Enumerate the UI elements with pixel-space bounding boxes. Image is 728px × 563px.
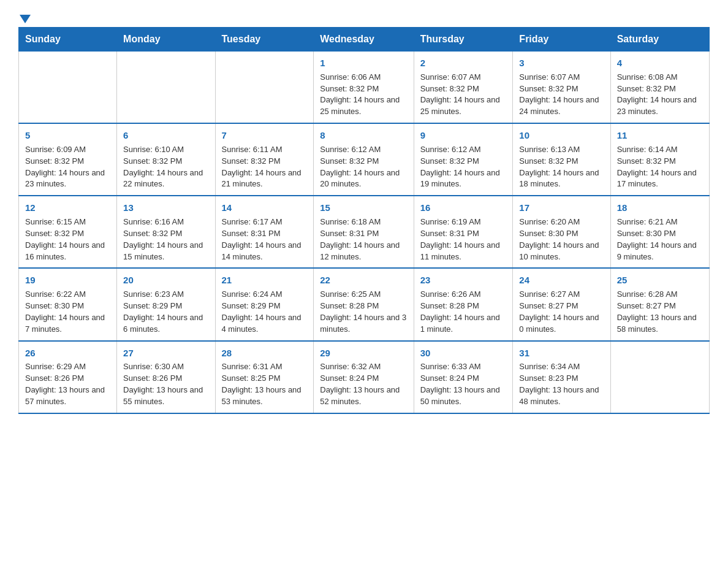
calendar-cell bbox=[19, 52, 117, 124]
daylight-text: Daylight: 14 hours and 21 minutes. bbox=[222, 167, 308, 191]
sunrise-text: Sunrise: 6:27 AM bbox=[519, 289, 604, 301]
sunset-text: Sunset: 8:26 PM bbox=[25, 373, 110, 385]
sunrise-text: Sunrise: 6:25 AM bbox=[320, 289, 407, 301]
calendar-cell: 16Sunrise: 6:19 AMSunset: 8:31 PMDayligh… bbox=[414, 196, 513, 268]
calendar-cell: 6Sunrise: 6:10 AMSunset: 8:32 PMDaylight… bbox=[117, 123, 215, 196]
page-header bbox=[18, 12, 710, 21]
sunset-text: Sunset: 8:23 PM bbox=[519, 373, 604, 385]
day-number: 6 bbox=[123, 129, 208, 142]
sunset-text: Sunset: 8:30 PM bbox=[519, 228, 604, 240]
daylight-text: Daylight: 14 hours and 23 minutes. bbox=[617, 94, 703, 118]
sunrise-text: Sunrise: 6:10 AM bbox=[123, 144, 208, 156]
sunrise-text: Sunrise: 6:17 AM bbox=[222, 216, 308, 228]
day-number: 22 bbox=[320, 274, 407, 287]
daylight-text: Daylight: 13 hours and 52 minutes. bbox=[320, 385, 407, 408]
calendar-cell: 28Sunrise: 6:31 AMSunset: 8:25 PMDayligh… bbox=[215, 341, 314, 413]
sunrise-text: Sunrise: 6:22 AM bbox=[25, 289, 110, 301]
calendar-cell: 15Sunrise: 6:18 AMSunset: 8:31 PMDayligh… bbox=[314, 196, 414, 268]
sunset-text: Sunset: 8:31 PM bbox=[320, 228, 407, 240]
calendar-cell: 1Sunrise: 6:06 AMSunset: 8:32 PMDaylight… bbox=[314, 52, 414, 124]
day-number: 20 bbox=[123, 274, 208, 287]
sunset-text: Sunset: 8:30 PM bbox=[617, 228, 703, 240]
day-number: 31 bbox=[519, 347, 604, 360]
sunrise-text: Sunrise: 6:34 AM bbox=[519, 361, 604, 373]
sunset-text: Sunset: 8:32 PM bbox=[519, 156, 604, 167]
calendar-header-row: SundayMondayTuesdayWednesdayThursdayFrid… bbox=[19, 28, 710, 52]
sunrise-text: Sunrise: 6:30 AM bbox=[123, 361, 208, 373]
sunset-text: Sunset: 8:27 PM bbox=[617, 301, 703, 312]
sunrise-text: Sunrise: 6:12 AM bbox=[320, 144, 407, 156]
daylight-text: Daylight: 14 hours and 24 minutes. bbox=[519, 94, 604, 118]
calendar-cell: 30Sunrise: 6:33 AMSunset: 8:24 PMDayligh… bbox=[414, 341, 513, 413]
sunrise-text: Sunrise: 6:11 AM bbox=[222, 144, 308, 156]
day-number: 19 bbox=[25, 274, 110, 287]
calendar-week-row: 5Sunrise: 6:09 AMSunset: 8:32 PMDaylight… bbox=[19, 123, 710, 196]
calendar-table: SundayMondayTuesdayWednesdayThursdayFrid… bbox=[18, 27, 710, 414]
sunrise-text: Sunrise: 6:09 AM bbox=[25, 144, 110, 156]
calendar-cell: 25Sunrise: 6:28 AMSunset: 8:27 PMDayligh… bbox=[610, 268, 709, 340]
daylight-text: Daylight: 13 hours and 57 minutes. bbox=[25, 385, 110, 408]
day-number: 1 bbox=[320, 56, 407, 70]
calendar-cell: 13Sunrise: 6:16 AMSunset: 8:32 PMDayligh… bbox=[117, 196, 215, 268]
sunrise-text: Sunrise: 6:12 AM bbox=[420, 144, 507, 156]
column-header-saturday: Saturday bbox=[610, 28, 709, 52]
sunset-text: Sunset: 8:32 PM bbox=[617, 156, 703, 167]
sunset-text: Sunset: 8:28 PM bbox=[420, 301, 507, 312]
sunset-text: Sunset: 8:28 PM bbox=[320, 301, 407, 312]
daylight-text: Daylight: 14 hours and 1 minute. bbox=[420, 312, 507, 335]
day-number: 25 bbox=[617, 274, 703, 287]
sunset-text: Sunset: 8:32 PM bbox=[320, 156, 407, 167]
day-number: 4 bbox=[617, 56, 703, 70]
day-number: 2 bbox=[420, 56, 507, 70]
day-number: 15 bbox=[320, 201, 407, 215]
daylight-text: Daylight: 14 hours and 19 minutes. bbox=[420, 167, 507, 191]
sunrise-text: Sunrise: 6:08 AM bbox=[617, 72, 703, 83]
day-number: 21 bbox=[222, 274, 308, 287]
daylight-text: Daylight: 14 hours and 16 minutes. bbox=[25, 240, 110, 263]
daylight-text: Daylight: 14 hours and 22 minutes. bbox=[123, 167, 208, 191]
daylight-text: Daylight: 14 hours and 20 minutes. bbox=[320, 167, 407, 191]
sunrise-text: Sunrise: 6:13 AM bbox=[519, 144, 604, 156]
column-header-wednesday: Wednesday bbox=[314, 28, 414, 52]
daylight-text: Daylight: 14 hours and 3 minutes. bbox=[320, 312, 407, 335]
sunrise-text: Sunrise: 6:24 AM bbox=[222, 289, 308, 301]
daylight-text: Daylight: 14 hours and 0 minutes. bbox=[519, 312, 604, 335]
calendar-cell: 2Sunrise: 6:07 AMSunset: 8:32 PMDaylight… bbox=[414, 52, 513, 124]
day-number: 18 bbox=[617, 201, 703, 215]
calendar-week-row: 26Sunrise: 6:29 AMSunset: 8:26 PMDayligh… bbox=[19, 341, 710, 413]
daylight-text: Daylight: 14 hours and 18 minutes. bbox=[519, 167, 604, 191]
day-number: 24 bbox=[519, 274, 604, 287]
calendar-cell: 31Sunrise: 6:34 AMSunset: 8:23 PMDayligh… bbox=[513, 341, 610, 413]
sunset-text: Sunset: 8:30 PM bbox=[25, 301, 110, 312]
sunrise-text: Sunrise: 6:31 AM bbox=[222, 361, 308, 373]
sunset-text: Sunset: 8:32 PM bbox=[123, 156, 208, 167]
calendar-cell bbox=[215, 52, 314, 124]
calendar-cell: 11Sunrise: 6:14 AMSunset: 8:32 PMDayligh… bbox=[610, 123, 709, 196]
sunset-text: Sunset: 8:32 PM bbox=[25, 156, 110, 167]
day-number: 23 bbox=[420, 274, 507, 287]
daylight-text: Daylight: 13 hours and 50 minutes. bbox=[420, 385, 507, 408]
calendar-cell: 17Sunrise: 6:20 AMSunset: 8:30 PMDayligh… bbox=[513, 196, 610, 268]
sunrise-text: Sunrise: 6:07 AM bbox=[420, 72, 507, 83]
daylight-text: Daylight: 14 hours and 25 minutes. bbox=[320, 94, 407, 118]
calendar-cell: 29Sunrise: 6:32 AMSunset: 8:24 PMDayligh… bbox=[314, 341, 414, 413]
daylight-text: Daylight: 14 hours and 15 minutes. bbox=[123, 240, 208, 263]
daylight-text: Daylight: 13 hours and 58 minutes. bbox=[617, 312, 703, 335]
calendar-cell: 22Sunrise: 6:25 AMSunset: 8:28 PMDayligh… bbox=[314, 268, 414, 340]
daylight-text: Daylight: 14 hours and 6 minutes. bbox=[123, 312, 208, 335]
calendar-cell: 24Sunrise: 6:27 AMSunset: 8:27 PMDayligh… bbox=[513, 268, 610, 340]
day-number: 10 bbox=[519, 129, 604, 142]
logo bbox=[18, 12, 31, 21]
day-number: 28 bbox=[222, 347, 308, 360]
column-header-sunday: Sunday bbox=[19, 28, 117, 52]
sunrise-text: Sunrise: 6:16 AM bbox=[123, 216, 208, 228]
day-number: 13 bbox=[123, 201, 208, 215]
calendar-cell: 27Sunrise: 6:30 AMSunset: 8:26 PMDayligh… bbox=[117, 341, 215, 413]
calendar-cell: 12Sunrise: 6:15 AMSunset: 8:32 PMDayligh… bbox=[19, 196, 117, 268]
calendar-week-row: 19Sunrise: 6:22 AMSunset: 8:30 PMDayligh… bbox=[19, 268, 710, 340]
sunset-text: Sunset: 8:27 PM bbox=[519, 301, 604, 312]
calendar-cell: 7Sunrise: 6:11 AMSunset: 8:32 PMDaylight… bbox=[215, 123, 314, 196]
day-number: 3 bbox=[519, 56, 604, 70]
sunset-text: Sunset: 8:24 PM bbox=[420, 373, 507, 385]
sunset-text: Sunset: 8:32 PM bbox=[320, 83, 407, 95]
